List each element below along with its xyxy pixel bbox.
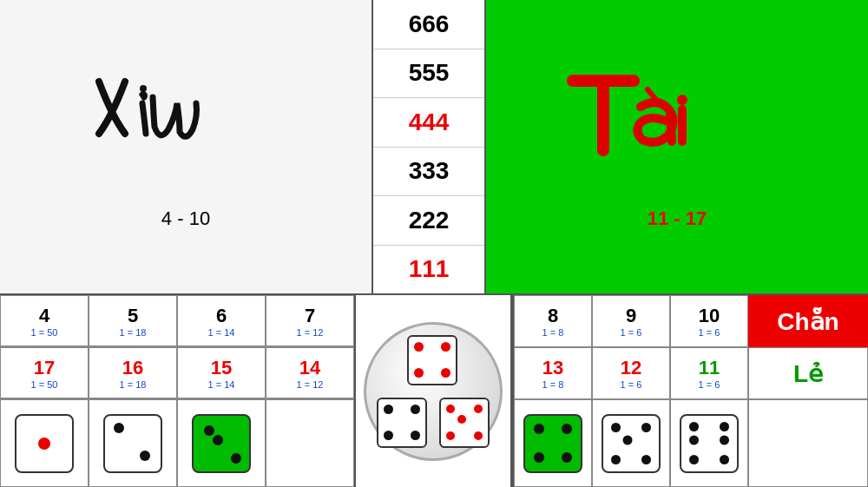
- dice-cell-3[interactable]: [177, 399, 266, 487]
- xiu-panel: 4 - 10: [0, 0, 373, 293]
- bet-cell-9[interactable]: 9 1 = 6: [592, 295, 670, 347]
- triple-444[interactable]: 444: [373, 98, 484, 148]
- tai-panel: 11 - 17: [486, 0, 868, 293]
- bet-cell-7[interactable]: 7 1 = 12: [266, 295, 354, 346]
- bet-cell-6[interactable]: 6 1 = 14: [177, 295, 266, 346]
- dice-cell-4: [266, 399, 354, 487]
- xiu-label: [82, 64, 290, 201]
- dice-display: [356, 295, 512, 487]
- tai-range: 11 - 17: [648, 207, 707, 230]
- le-button[interactable]: Lẻ: [748, 347, 868, 399]
- bet-cell-17[interactable]: 17 1 = 50: [0, 347, 89, 398]
- bet-cell-5[interactable]: 5 1 = 18: [89, 295, 177, 346]
- xiu-range: 4 - 10: [161, 207, 210, 230]
- bottom-section: 4 1 = 50 5 1 = 18 6 1 = 14 7 1 = 12: [0, 295, 868, 487]
- dice-cell-1[interactable]: [0, 399, 89, 487]
- dice-cell-empty: [748, 399, 868, 487]
- dice-plate: [364, 322, 503, 461]
- bet-cell-16[interactable]: 16 1 = 18: [89, 347, 177, 398]
- svg-point-0: [140, 85, 147, 92]
- bet-cell-15[interactable]: 15 1 = 14: [177, 347, 266, 398]
- dice-cell-6[interactable]: [592, 399, 670, 487]
- triple-666[interactable]: 666: [373, 0, 484, 49]
- triples-panel: 666 555 444 333 222 111: [373, 0, 486, 293]
- tai-label: [564, 63, 790, 201]
- triple-222[interactable]: 222: [373, 196, 484, 246]
- triple-333[interactable]: 333: [373, 148, 484, 197]
- triple-111[interactable]: 111: [373, 246, 484, 294]
- dice-cell-7[interactable]: [670, 399, 748, 487]
- bet-cell-4[interactable]: 4 1 = 50: [0, 295, 89, 346]
- bet-cell-12[interactable]: 12 1 = 6: [592, 347, 670, 399]
- bet-cell-14[interactable]: 14 1 = 12: [266, 347, 354, 398]
- top-section: 4 - 10 666 555 444 333 222 111: [0, 0, 868, 295]
- dice-cell-5[interactable]: [514, 399, 592, 487]
- svg-point-1: [677, 95, 687, 105]
- triple-555[interactable]: 555: [373, 49, 484, 99]
- bet-cell-11[interactable]: 11 1 = 6: [670, 347, 748, 399]
- bet-cell-10[interactable]: 10 1 = 6: [670, 295, 748, 347]
- main-container: 4 - 10 666 555 444 333 222 111: [0, 0, 868, 487]
- bet-cell-8[interactable]: 8 1 = 8: [514, 295, 592, 347]
- dice-cell-2[interactable]: [89, 399, 177, 487]
- chan-button[interactable]: Chẵn: [748, 295, 868, 347]
- bet-cell-13[interactable]: 13 1 = 8: [514, 347, 592, 399]
